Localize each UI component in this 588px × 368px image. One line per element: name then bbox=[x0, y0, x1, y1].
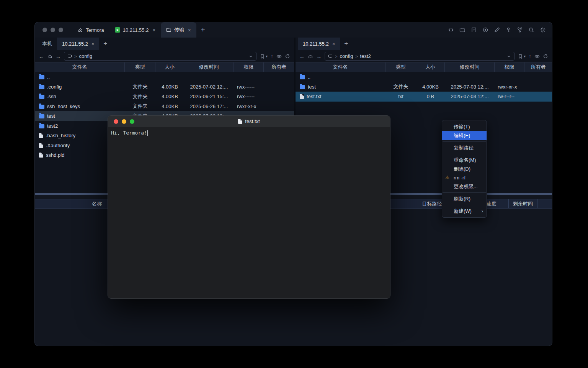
column-header-perm[interactable]: 权限 bbox=[495, 62, 524, 72]
column-header-type[interactable]: 类型 bbox=[385, 62, 416, 72]
file-row[interactable]: test 文件夹 4.00KB 2025-07-03 12:... rwxr-x… bbox=[296, 82, 552, 92]
folder-icon bbox=[39, 95, 44, 99]
right-panel-toolbar: ← → > config > test2 ▾ ↑ bbox=[296, 50, 552, 62]
tab-termora-home[interactable]: Termora bbox=[72, 22, 109, 38]
new-panel-tab-button[interactable]: + bbox=[99, 38, 111, 50]
column-header-name[interactable]: 文件名 bbox=[35, 62, 125, 72]
column-header-owner[interactable]: 所有者 bbox=[264, 62, 294, 72]
search-icon[interactable] bbox=[528, 27, 534, 33]
column-header-mtime[interactable]: 修改时间 bbox=[184, 62, 234, 72]
breadcrumb-segment[interactable]: test2 bbox=[360, 53, 371, 59]
close-tab-icon[interactable]: × bbox=[332, 41, 335, 47]
close-tab-icon[interactable]: × bbox=[188, 27, 191, 33]
close-tab-icon[interactable]: × bbox=[91, 41, 95, 47]
back-button[interactable]: ← bbox=[39, 54, 44, 59]
upload-button[interactable]: ↑ bbox=[271, 54, 273, 59]
file-row[interactable]: ssh_host_keys 文件夹 4.00KB 2025-06-26 17:.… bbox=[35, 102, 294, 112]
menu-item-edit[interactable]: 编辑(E) bbox=[442, 131, 487, 140]
bookmark-button[interactable]: ▾ bbox=[260, 54, 268, 59]
file-row[interactable]: .. bbox=[35, 72, 294, 82]
show-hidden-button[interactable] bbox=[276, 54, 282, 59]
editor-content[interactable]: Hi, Termora! bbox=[108, 127, 390, 138]
tab-label: 10.211.55.2 bbox=[303, 41, 329, 47]
code-icon[interactable] bbox=[448, 27, 454, 33]
new-tab-button[interactable]: + bbox=[196, 22, 210, 38]
tab-label: 10.211.55.2 bbox=[62, 41, 88, 47]
file-mtime: 2025-07-02 12:... bbox=[184, 84, 234, 90]
zoom-window-button[interactable] bbox=[59, 28, 63, 32]
path-breadcrumb[interactable]: > config bbox=[64, 52, 256, 61]
show-hidden-button[interactable] bbox=[534, 54, 540, 59]
close-window-button[interactable] bbox=[114, 119, 118, 124]
menu-item-copy-path[interactable]: 复制路径 bbox=[442, 143, 487, 152]
chevron-down-icon: ▾ bbox=[524, 54, 526, 58]
minimize-window-button[interactable] bbox=[122, 119, 126, 124]
minimize-window-button[interactable] bbox=[51, 28, 55, 32]
column-header-owner[interactable]: 所有者 bbox=[524, 62, 552, 72]
file-row[interactable]: .ssh 文件夹 4.00KB 2025-06-21 15:... rwx---… bbox=[35, 92, 294, 102]
editor-titlebar[interactable]: test.txt bbox=[108, 116, 390, 127]
file-name: test bbox=[47, 113, 55, 119]
home-button[interactable] bbox=[308, 54, 313, 59]
breadcrumb-segment[interactable]: config bbox=[340, 53, 353, 59]
back-button[interactable]: ← bbox=[299, 54, 305, 59]
file-name: test bbox=[308, 84, 316, 90]
zoom-window-button[interactable] bbox=[130, 119, 134, 124]
upload-button[interactable]: ↑ bbox=[529, 54, 531, 59]
file-name: test.txt bbox=[307, 94, 321, 99]
menu-item-delete[interactable]: 删除(D) bbox=[442, 164, 487, 173]
column-header-type[interactable]: 类型 bbox=[125, 62, 155, 72]
tab-remote-host[interactable]: 10.211.55.2 × bbox=[57, 38, 99, 50]
breadcrumb-segment[interactable]: config bbox=[79, 53, 92, 59]
file-perm: rwx------ bbox=[234, 94, 264, 99]
menu-item-new[interactable]: 新建(W) › bbox=[442, 207, 487, 215]
column-header-size[interactable]: 大小 bbox=[155, 62, 184, 72]
chevron-down-icon[interactable] bbox=[506, 54, 511, 59]
titlebar-actions bbox=[448, 22, 546, 38]
tab-ssh-session[interactable]: > 10.211.55.2 × bbox=[109, 22, 161, 38]
tab-label: 本机 bbox=[42, 40, 52, 47]
column-header-mtime[interactable]: 修改时间 bbox=[445, 62, 495, 72]
column-header-name[interactable]: 文件名 bbox=[296, 62, 385, 72]
file-size: 4.00KB bbox=[155, 84, 184, 90]
branch-icon[interactable] bbox=[517, 27, 523, 33]
gear-icon[interactable] bbox=[540, 27, 546, 33]
home-button[interactable] bbox=[47, 54, 52, 59]
menu-item-refresh[interactable]: 刷新(R) bbox=[442, 194, 487, 203]
tab-remote-host[interactable]: 10.211.55.2 × bbox=[298, 38, 340, 50]
refresh-button[interactable] bbox=[543, 54, 548, 59]
key-icon[interactable] bbox=[505, 27, 511, 33]
chevron-down-icon[interactable] bbox=[248, 54, 253, 59]
file-row[interactable]: .. bbox=[296, 72, 552, 82]
file-name: ssh_host_keys bbox=[47, 104, 80, 109]
new-panel-tab-button[interactable]: + bbox=[340, 38, 352, 50]
menu-separator bbox=[443, 205, 486, 205]
refresh-button[interactable] bbox=[285, 54, 290, 59]
record-icon[interactable] bbox=[482, 27, 488, 33]
file-type: 文件夹 bbox=[125, 93, 155, 100]
menu-item-rename[interactable]: 重命名(M) bbox=[442, 156, 487, 164]
forward-button[interactable]: → bbox=[316, 54, 322, 59]
file-row-selected[interactable]: test.txt txt 0 B 2025-07-03 12:... rw-r-… bbox=[296, 92, 552, 102]
bookmark-button[interactable]: ▾ bbox=[518, 54, 526, 59]
log-icon[interactable] bbox=[471, 27, 477, 33]
forward-button[interactable]: → bbox=[56, 54, 61, 59]
window-controls bbox=[35, 22, 63, 38]
file-row[interactable]: .config 文件夹 4.00KB 2025-07-02 12:... rwx… bbox=[35, 82, 294, 92]
file-type: 文件夹 bbox=[125, 83, 155, 90]
close-tab-icon[interactable]: × bbox=[152, 27, 155, 33]
file-name: .ssh bbox=[47, 94, 56, 99]
folder-icon bbox=[300, 75, 305, 79]
file-size: 4.00KB bbox=[416, 84, 445, 90]
path-breadcrumb[interactable]: > config > test2 bbox=[325, 52, 514, 61]
menu-item-rm-rf[interactable]: ⚠ rm -rf bbox=[442, 173, 487, 182]
edit-icon[interactable] bbox=[494, 27, 500, 33]
column-header-perm[interactable]: 权限 bbox=[234, 62, 264, 72]
tab-transfer[interactable]: 传输 × bbox=[161, 22, 196, 38]
menu-item-transfer[interactable]: 传输(T) bbox=[442, 122, 487, 131]
tab-local[interactable]: 本机 bbox=[37, 38, 57, 50]
folder-icon[interactable] bbox=[459, 27, 466, 33]
close-window-button[interactable] bbox=[42, 28, 47, 32]
column-header-size[interactable]: 大小 bbox=[416, 62, 445, 72]
menu-item-chmod[interactable]: 更改权限... bbox=[442, 182, 487, 191]
